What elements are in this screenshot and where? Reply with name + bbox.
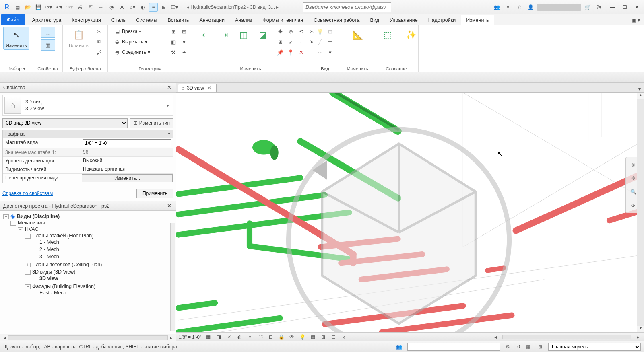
hscroll-left-view-icon[interactable]: ◂: [492, 333, 499, 341]
apply-button[interactable]: Применить: [136, 189, 173, 198]
beam-join-icon[interactable]: ⊟: [179, 27, 189, 36]
tab-modify[interactable]: Изменить: [461, 15, 494, 25]
view-tabs-menu-icon[interactable]: ▾: [635, 86, 644, 92]
dimension-icon[interactable]: ↔: [97, 3, 105, 12]
linework2-button[interactable]: ═: [326, 37, 335, 47]
edit-type-button[interactable]: ⊞ Изменить тип: [130, 118, 173, 128]
worksharing-display-icon[interactable]: ▤: [309, 333, 316, 341]
reveal-hidden-icon[interactable]: 💡: [299, 333, 306, 341]
copy-button[interactable]: ⧉: [95, 37, 104, 47]
cut-geom-button[interactable]: ◒Вырезать ▾: [111, 37, 165, 47]
tag-icon[interactable]: ◔: [107, 3, 116, 12]
thin-lines-icon[interactable]: ≡: [149, 3, 158, 12]
paint-icon[interactable]: ▾: [179, 37, 189, 47]
highlight-displacement-icon[interactable]: ⊟: [330, 333, 337, 341]
dim-btn[interactable]: ↔: [315, 47, 325, 57]
split-face-icon[interactable]: ◧: [169, 37, 178, 47]
editable-only-icon[interactable]: ▦: [524, 343, 532, 351]
viewport-hscroll[interactable]: [502, 335, 631, 339]
home-icon[interactable]: ▤: [13, 3, 22, 12]
tree-fp-3[interactable]: ·3 - Mech: [32, 253, 175, 260]
reveal-constraints-icon[interactable]: ⟡: [341, 333, 348, 341]
browser-close-icon[interactable]: ✕: [165, 203, 173, 209]
pin-button[interactable]: 📌: [275, 47, 285, 57]
selection-filter-icon[interactable]: ⚙: [504, 343, 512, 351]
crop-view-icon[interactable]: ⬚: [257, 333, 264, 341]
view-tab-close-icon[interactable]: ✕: [206, 85, 212, 91]
tab-file[interactable]: Файл: [1, 14, 25, 25]
linework-button[interactable]: ╱: [315, 37, 325, 47]
properties-panel-header[interactable]: Свойства ✕: [0, 83, 176, 93]
tab-analyze[interactable]: Анализ: [230, 15, 257, 25]
tab-architecture[interactable]: Архитектура: [27, 15, 66, 25]
tree-elev-east[interactable]: ·East - Mech: [32, 289, 175, 296]
3d-icon[interactable]: ⌂▾: [128, 3, 137, 12]
view-scale-label[interactable]: 1/8" = 1'-0": [179, 335, 201, 339]
tab-manage[interactable]: Управление: [384, 15, 423, 25]
tab-insert[interactable]: Вставить: [162, 15, 194, 25]
minimize-button[interactable]: —: [608, 3, 617, 11]
properties-close-icon[interactable]: ✕: [165, 84, 173, 90]
create-group-button[interactable]: ✨: [401, 27, 421, 43]
tab-massing[interactable]: Формы и генплан: [257, 15, 308, 25]
tree-3d-views[interactable]: −3D виды (3D View) ·3D view: [25, 268, 175, 283]
cart-icon[interactable]: 🛒: [583, 2, 592, 12]
3d-viewport[interactable]: ◎ ✥ 🔍 ⟳ ↖: [176, 93, 644, 332]
copy-move-button[interactable]: ⊕: [286, 27, 295, 36]
workset-combo-empty[interactable]: [407, 343, 500, 351]
move-button[interactable]: ✥: [275, 27, 285, 36]
delete-button[interactable]: ✕: [296, 47, 306, 57]
cope-button[interactable]: ⬓Врезка ▾: [111, 27, 165, 36]
properties-button[interactable]: ▦: [41, 39, 55, 51]
align-button[interactable]: ⇤: [196, 27, 214, 43]
vg-override-button[interactable]: Изменить...: [82, 174, 173, 182]
tab-annotate[interactable]: Аннотации: [194, 15, 229, 25]
help-icon[interactable]: ?▾: [594, 2, 604, 12]
rendering-icon[interactable]: ✦: [246, 333, 254, 341]
tab-systems[interactable]: Системы: [131, 15, 162, 25]
tree-hvac[interactable]: −HVAC −Планы этажей (Floor Plan) ·1 - Me…: [18, 226, 175, 298]
hscroll-left-icon[interactable]: ◂: [2, 335, 8, 341]
type-selector[interactable]: ⌂ 3D вид 3D View ▾: [2, 95, 173, 116]
lock-3d-icon[interactable]: 🔒: [278, 333, 285, 341]
app-logo-icon[interactable]: R: [2, 3, 11, 12]
cut-button[interactable]: ✂: [95, 27, 104, 36]
tree-floor-plans[interactable]: −Планы этажей (Floor Plan) ·1 - Mech ·2 …: [25, 232, 175, 261]
tab-addins[interactable]: Надстройки: [423, 15, 461, 25]
tab-view[interactable]: Вид: [365, 15, 385, 25]
tree-ceiling-plans[interactable]: +Планы потолков (Ceiling Plan): [25, 261, 175, 268]
dim-opt-btn[interactable]: ▾: [326, 47, 335, 57]
undo-icon[interactable]: ↶▾: [55, 3, 64, 12]
user-icon[interactable]: 👤: [526, 2, 535, 12]
trim-corner-button[interactable]: ⌐: [296, 37, 306, 47]
ribbon-display-toggle[interactable]: ▣ ▾: [628, 16, 644, 25]
mirror-draw-button[interactable]: ◪: [254, 27, 272, 43]
analytical-icon[interactable]: ⊞: [320, 333, 327, 341]
crop-region-icon[interactable]: ⊡: [267, 333, 275, 341]
app-exchange-icon[interactable]: ✕: [503, 2, 513, 12]
workset-icon[interactable]: 👥: [395, 343, 403, 351]
favorite-icon[interactable]: ☆: [514, 2, 524, 12]
hscroll-right-icon[interactable]: ▸: [168, 335, 174, 341]
view-scale-input[interactable]: [83, 139, 171, 147]
search-input[interactable]: [303, 2, 391, 12]
paste-button[interactable]: 📋 Вставить: [66, 27, 91, 50]
override-view-button[interactable]: ⊡: [326, 27, 335, 36]
browser-hscroll[interactable]: ◂ ▸: [0, 334, 176, 341]
wall-join-icon[interactable]: ⊞: [169, 27, 178, 36]
tree-fp-1[interactable]: ·1 - Mech: [32, 239, 175, 246]
hide-view-button[interactable]: 💡: [315, 27, 325, 36]
tree-fp-2[interactable]: ·2 - Mech: [32, 246, 175, 253]
viewcube[interactable]: [176, 108, 633, 332]
demolish-icon[interactable]: ⚒: [169, 47, 178, 57]
temp-hide-icon[interactable]: 👁: [288, 333, 295, 341]
measure-button[interactable]: 📐: [348, 27, 368, 43]
collapse-icon[interactable]: ⌃: [167, 132, 171, 136]
open-icon[interactable]: 📂: [23, 3, 32, 12]
prop-row-parts[interactable]: Видимость частей Показать оригинал: [3, 165, 173, 174]
offset-button[interactable]: ⇥: [215, 27, 233, 43]
redo-icon[interactable]: ↷▾: [65, 3, 74, 12]
tab-structure[interactable]: Конструкция: [66, 15, 106, 25]
project-browser-header[interactable]: Диспетчер проекта - HydraulicSeparationT…: [0, 201, 176, 211]
detail-level-icon[interactable]: ▦: [204, 333, 212, 341]
